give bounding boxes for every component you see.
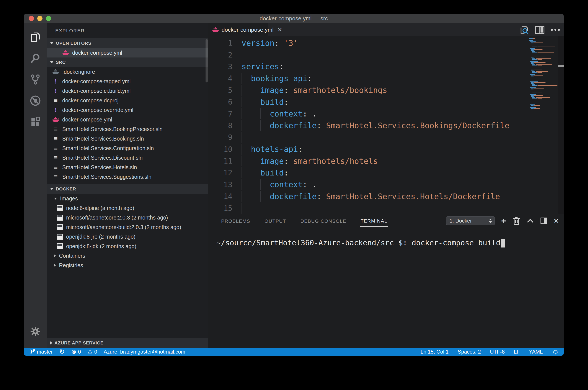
section-label: AZURE APP SERVICE <box>54 340 103 345</box>
docker-image-item[interactable]: node:6-alpine (a month ago) <box>46 203 208 213</box>
panel-tab-problems[interactable]: PROBLEMS <box>221 215 251 226</box>
tree-item-label: docker-compose-tagged.yml <box>62 78 131 85</box>
file-item[interactable]: ≡docker-compose.dcproj <box>46 96 208 105</box>
close-panel-icon[interactable]: ✕ <box>553 217 559 225</box>
docker-images-group[interactable]: Images <box>46 194 208 203</box>
line-number: 10 <box>208 145 232 153</box>
feedback-smiley-icon: ☺ <box>552 348 559 355</box>
file-item[interactable]: !docker-compose-tagged.yml <box>46 77 208 86</box>
settings-gear-icon[interactable] <box>24 321 46 342</box>
file-item[interactable]: ≡SmartHotel.Services.Bookings.sln <box>46 134 208 143</box>
minimap[interactable] <box>529 36 558 214</box>
solution-file-icon: ≡ <box>52 145 59 151</box>
status-item-right-5[interactable]: ☺ <box>552 348 559 355</box>
status-item-left-1[interactable]: ↻ <box>59 348 65 355</box>
source-control-icon[interactable] <box>24 69 46 90</box>
code-line-13: 13context: . <box>208 179 529 191</box>
src-file-list: .dockerignore!docker-compose-tagged.yml!… <box>46 67 208 182</box>
status-item-left-3[interactable]: ⚠0 <box>87 349 97 355</box>
section-header-docker[interactable]: DOCKER <box>46 184 208 194</box>
sidebar-scrollbar[interactable] <box>206 39 208 82</box>
code-line-6: 6build: <box>208 96 529 108</box>
editor-scrollbar[interactable] <box>558 36 564 214</box>
status-item-right-0[interactable]: Ln 15, Col 1 <box>421 349 449 355</box>
section-label: OPEN EDITORS <box>56 41 91 46</box>
tree-item-label: node:6-alpine (a month ago) <box>66 205 134 211</box>
minimize-window-button[interactable] <box>37 16 43 21</box>
tree-item-label: Containers <box>59 253 85 259</box>
docker-image-item[interactable]: openjdk:8-jdk (2 months ago) <box>46 242 208 251</box>
docker-registries-group[interactable]: Registries <box>46 260 208 270</box>
split-editor-icon[interactable] <box>535 26 544 34</box>
status-item-label: 0 <box>94 349 97 355</box>
maximize-panel-chevron-icon[interactable] <box>527 218 534 223</box>
file-item[interactable]: ≡SmartHotel.Services.BookingProcesor.sln <box>46 124 208 134</box>
panel-tab-output[interactable]: OUTPUT <box>264 215 286 226</box>
status-item-right-1[interactable]: Spaces: 2 <box>458 349 481 355</box>
docker-whale-icon <box>212 27 219 33</box>
status-item-right-4[interactable]: YAML <box>529 349 543 355</box>
terminal[interactable]: ~/source/SmartHotel360-Azure-backend/src… <box>208 228 564 348</box>
new-terminal-icon[interactable]: + <box>501 216 506 225</box>
status-item-left-2[interactable]: ⊗0 <box>71 349 81 355</box>
chevron-collapsed-icon <box>50 341 52 345</box>
open-preview-icon[interactable] <box>519 25 529 35</box>
line-number: 5 <box>208 86 232 95</box>
docker-image-item[interactable]: microsoft/aspnetcore:2.0.3 (2 months ago… <box>46 213 208 222</box>
docker-image-item[interactable]: microsoft/aspnetcore-build:2.0.3 (2 mont… <box>46 222 208 232</box>
file-item[interactable]: ≡SmartHotel.Services.Hotels.sln <box>46 162 208 172</box>
kill-terminal-trash-icon[interactable] <box>513 217 520 225</box>
code-editor[interactable]: 1version: '3'23services:4bookings-api:5i… <box>208 36 529 214</box>
file-item[interactable]: !docker-compose.override.yml <box>46 105 208 115</box>
errors-icon: ⊗ <box>71 349 76 355</box>
line-number: 11 <box>208 157 232 165</box>
file-item[interactable]: docker-compose.yml <box>46 115 208 124</box>
docker-containers-group[interactable]: Containers <box>46 251 208 260</box>
extensions-icon[interactable] <box>24 111 46 133</box>
window-title: docker-compose.yml — src <box>260 15 328 22</box>
panel-tab-debug-console[interactable]: DEBUG CONSOLE <box>300 215 347 226</box>
debug-disabled-icon[interactable] <box>24 90 46 111</box>
solution-file-icon: ≡ <box>52 154 59 161</box>
more-actions-icon[interactable] <box>551 29 560 31</box>
explorer-icon[interactable] <box>24 26 46 48</box>
status-bar: master↻⊗0⚠0Azure: bradymgaster@hotmail.c… <box>24 348 564 356</box>
section-header-azure-app-service[interactable]: AZURE APP SERVICE <box>46 338 208 348</box>
tree-item-label: docker-compose.ci.build.yml <box>62 88 131 94</box>
section-header-open-editors[interactable]: OPEN EDITORS <box>46 38 208 48</box>
code-line-11: 11image: smarthotels/hotels <box>208 155 529 167</box>
tree-item-label: openjdk:8-jdk (2 months ago) <box>66 243 136 249</box>
section-header-src[interactable]: SRC <box>46 57 208 67</box>
search-icon[interactable] <box>24 48 46 69</box>
file-item[interactable]: !docker-compose.ci.build.yml <box>46 86 208 96</box>
docker-image-item[interactable]: openjdk:8-jre (2 months ago) <box>46 232 208 242</box>
status-item-right-3[interactable]: LF <box>514 349 520 355</box>
code-line-15: 15 <box>208 202 529 214</box>
tab-close-icon[interactable]: ✕ <box>277 26 282 33</box>
tree-item-label: SmartHotel.Services.Configuration.sln <box>62 145 154 151</box>
sync-icon: ↻ <box>59 348 65 355</box>
file-item[interactable]: ≡SmartHotel.Services.Configuration.sln <box>46 143 208 153</box>
tree-item-label: docker-compose.dcproj <box>62 98 119 104</box>
terminal-selector-value: 1: Docker <box>450 218 472 224</box>
split-panel-icon[interactable] <box>541 218 547 224</box>
solution-file-icon: ≡ <box>52 164 59 170</box>
file-item[interactable]: .dockerignore <box>46 67 208 77</box>
file-item[interactable]: ≡SmartHotel.Services.Suggestions.sln <box>46 172 208 182</box>
terminal-selector-dropdown[interactable]: 1: Docker <box>446 216 495 225</box>
status-item-left-4[interactable]: Azure: bradymgaster@hotmail.com <box>104 349 185 355</box>
tree-item-label: docker-compose.override.yml <box>62 107 133 113</box>
warnings-icon: ⚠ <box>87 349 92 355</box>
line-number: 12 <box>208 168 232 177</box>
zoom-window-button[interactable] <box>46 16 51 21</box>
title-bar: docker-compose.yml — src <box>24 14 564 23</box>
status-item-left-0[interactable]: master <box>30 348 53 355</box>
line-number: 2 <box>208 50 232 59</box>
close-window-button[interactable] <box>29 16 34 21</box>
git-branch-icon <box>30 348 35 355</box>
panel-tab-terminal[interactable]: TERMINAL <box>360 215 388 227</box>
file-item[interactable]: ≡SmartHotel.Services.Discount.sln <box>46 153 208 162</box>
status-item-right-2[interactable]: UTF-8 <box>490 349 505 355</box>
tab-docker-compose-yml[interactable]: docker-compose.yml ✕ <box>208 23 268 36</box>
open-editor-item[interactable]: docker-compose.yml <box>46 48 208 57</box>
